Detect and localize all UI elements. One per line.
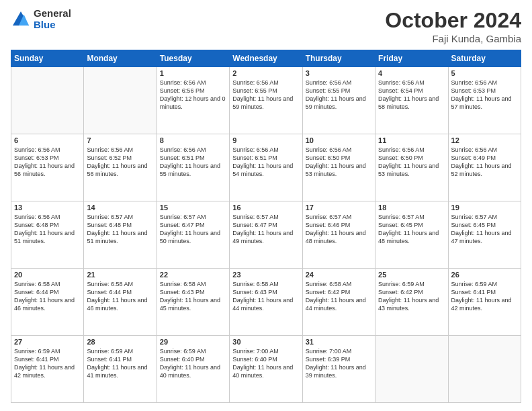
day-info: Sunrise: 6:56 AMSunset: 6:51 PMDaylight:… — [160, 146, 226, 179]
calendar-day-cell: 23Sunrise: 6:58 AMSunset: 6:43 PMDayligh… — [230, 269, 302, 336]
day-number: 13 — [14, 203, 81, 212]
calendar-body: 1Sunrise: 6:56 AMSunset: 6:56 PMDaylight… — [11, 67, 521, 403]
calendar-day-cell: 26Sunrise: 6:59 AMSunset: 6:41 PMDayligh… — [448, 269, 521, 336]
day-number: 21 — [87, 271, 153, 279]
logo: General Blue — [11, 8, 71, 30]
day-info: Sunrise: 6:56 AMSunset: 6:51 PMDaylight:… — [232, 146, 299, 179]
calendar-day-cell: 17Sunrise: 6:57 AMSunset: 6:46 PMDayligh… — [302, 201, 375, 269]
calendar-day-cell: 3Sunrise: 6:56 AMSunset: 6:55 PMDaylight… — [302, 67, 375, 134]
day-info: Sunrise: 7:00 AMSunset: 6:39 PMDaylight:… — [306, 347, 372, 380]
calendar-day-cell: 24Sunrise: 6:58 AMSunset: 6:42 PMDayligh… — [302, 269, 375, 336]
calendar-table: SundayMondayTuesdayWednesdayThursdayFrid… — [11, 50, 521, 403]
day-info: Sunrise: 6:58 AMSunset: 6:43 PMDaylight:… — [232, 280, 299, 313]
calendar-day-cell — [375, 336, 448, 403]
calendar-week-row: 6Sunrise: 6:56 AMSunset: 6:53 PMDaylight… — [11, 134, 521, 201]
calendar-day-cell: 2Sunrise: 6:56 AMSunset: 6:55 PMDaylight… — [230, 67, 302, 134]
day-number: 6 — [14, 136, 81, 144]
day-number: 22 — [160, 271, 226, 279]
weekday-header-cell: Wednesday — [230, 50, 302, 67]
day-number: 5 — [451, 69, 518, 77]
calendar-day-cell: 12Sunrise: 6:56 AMSunset: 6:49 PMDayligh… — [448, 134, 521, 201]
day-info: Sunrise: 6:56 AMSunset: 6:54 PMDaylight:… — [378, 79, 445, 111]
day-number: 14 — [87, 203, 153, 212]
day-info: Sunrise: 6:56 AMSunset: 6:55 PMDaylight:… — [306, 79, 372, 111]
day-info: Sunrise: 6:56 AMSunset: 6:50 PMDaylight:… — [306, 146, 372, 179]
title-block: October 2024 Faji Kunda, Gambia — [385, 8, 521, 44]
logo-text: General Blue — [34, 8, 71, 30]
calendar-day-cell: 5Sunrise: 6:56 AMSunset: 6:53 PMDaylight… — [448, 67, 521, 134]
day-number: 30 — [232, 338, 299, 346]
day-number: 9 — [232, 136, 299, 144]
weekday-header-cell: Thursday — [302, 50, 375, 67]
day-number: 17 — [306, 203, 372, 212]
day-number: 10 — [306, 136, 372, 144]
day-info: Sunrise: 6:56 AMSunset: 6:53 PMDaylight:… — [451, 79, 518, 111]
day-info: Sunrise: 6:57 AMSunset: 6:45 PMDaylight:… — [451, 213, 518, 246]
day-number: 4 — [378, 69, 445, 77]
day-info: Sunrise: 6:57 AMSunset: 6:45 PMDaylight:… — [378, 213, 445, 246]
day-number: 23 — [232, 271, 299, 279]
calendar-week-row: 13Sunrise: 6:56 AMSunset: 6:48 PMDayligh… — [11, 201, 521, 269]
day-number: 31 — [306, 338, 372, 346]
day-info: Sunrise: 6:58 AMSunset: 6:44 PMDaylight:… — [14, 280, 81, 313]
calendar-day-cell: 29Sunrise: 6:59 AMSunset: 6:40 PMDayligh… — [157, 336, 229, 403]
day-info: Sunrise: 6:57 AMSunset: 6:47 PMDaylight:… — [160, 213, 226, 246]
day-info: Sunrise: 6:58 AMSunset: 6:44 PMDaylight:… — [87, 280, 153, 313]
day-info: Sunrise: 6:56 AMSunset: 6:48 PMDaylight:… — [14, 213, 81, 246]
calendar-day-cell: 10Sunrise: 6:56 AMSunset: 6:50 PMDayligh… — [302, 134, 375, 201]
day-number: 28 — [87, 338, 153, 346]
weekday-header-cell: Monday — [84, 50, 157, 67]
day-info: Sunrise: 6:59 AMSunset: 6:42 PMDaylight:… — [378, 280, 445, 313]
day-info: Sunrise: 7:00 AMSunset: 6:40 PMDaylight:… — [232, 347, 299, 380]
calendar-day-cell — [448, 336, 521, 403]
page: General Blue October 2024 Faji Kunda, Ga… — [0, 0, 532, 411]
day-number: 3 — [306, 69, 372, 77]
day-number: 1 — [160, 69, 226, 77]
day-info: Sunrise: 6:59 AMSunset: 6:40 PMDaylight:… — [160, 347, 226, 380]
calendar-day-cell: 4Sunrise: 6:56 AMSunset: 6:54 PMDaylight… — [375, 67, 448, 134]
calendar-day-cell: 13Sunrise: 6:56 AMSunset: 6:48 PMDayligh… — [11, 201, 84, 269]
day-number: 18 — [378, 203, 445, 212]
weekday-header-cell: Saturday — [448, 50, 521, 67]
calendar-day-cell: 27Sunrise: 6:59 AMSunset: 6:41 PMDayligh… — [11, 336, 84, 403]
day-number: 16 — [232, 203, 299, 212]
calendar-day-cell: 11Sunrise: 6:56 AMSunset: 6:50 PMDayligh… — [375, 134, 448, 201]
day-number: 27 — [14, 338, 81, 346]
title-month: October 2024 — [385, 8, 521, 33]
day-info: Sunrise: 6:58 AMSunset: 6:42 PMDaylight:… — [306, 280, 372, 313]
day-info: Sunrise: 6:57 AMSunset: 6:47 PMDaylight:… — [232, 213, 299, 246]
day-info: Sunrise: 6:58 AMSunset: 6:43 PMDaylight:… — [160, 280, 226, 313]
day-number: 15 — [160, 203, 226, 212]
calendar-week-row: 27Sunrise: 6:59 AMSunset: 6:41 PMDayligh… — [11, 336, 521, 403]
day-info: Sunrise: 6:59 AMSunset: 6:41 PMDaylight:… — [87, 347, 153, 380]
calendar-day-cell: 16Sunrise: 6:57 AMSunset: 6:47 PMDayligh… — [230, 201, 302, 269]
logo-general: General — [34, 8, 71, 19]
day-number: 8 — [160, 136, 226, 144]
title-location: Faji Kunda, Gambia — [385, 33, 521, 44]
weekday-header-cell: Sunday — [11, 50, 84, 67]
calendar-day-cell: 9Sunrise: 6:56 AMSunset: 6:51 PMDaylight… — [230, 134, 302, 201]
calendar-week-row: 20Sunrise: 6:58 AMSunset: 6:44 PMDayligh… — [11, 269, 521, 336]
day-number: 29 — [160, 338, 226, 346]
day-number: 7 — [87, 136, 153, 144]
day-number: 19 — [451, 203, 518, 212]
day-info: Sunrise: 6:56 AMSunset: 6:52 PMDaylight:… — [87, 146, 153, 179]
logo-icon — [11, 9, 31, 30]
day-info: Sunrise: 6:57 AMSunset: 6:46 PMDaylight:… — [306, 213, 372, 246]
calendar-day-cell: 28Sunrise: 6:59 AMSunset: 6:41 PMDayligh… — [84, 336, 157, 403]
day-number: 20 — [14, 271, 81, 279]
day-number: 2 — [232, 69, 299, 77]
weekday-header-cell: Tuesday — [157, 50, 229, 67]
day-number: 24 — [306, 271, 372, 279]
calendar-day-cell: 21Sunrise: 6:58 AMSunset: 6:44 PMDayligh… — [84, 269, 157, 336]
calendar-day-cell: 31Sunrise: 7:00 AMSunset: 6:39 PMDayligh… — [302, 336, 375, 403]
calendar-day-cell: 6Sunrise: 6:56 AMSunset: 6:53 PMDaylight… — [11, 134, 84, 201]
day-number: 25 — [378, 271, 445, 279]
weekday-header-row: SundayMondayTuesdayWednesdayThursdayFrid… — [11, 50, 521, 67]
calendar-day-cell: 25Sunrise: 6:59 AMSunset: 6:42 PMDayligh… — [375, 269, 448, 336]
weekday-header-cell: Friday — [375, 50, 448, 67]
day-info: Sunrise: 6:56 AMSunset: 6:50 PMDaylight:… — [378, 146, 445, 179]
day-number: 11 — [378, 136, 445, 144]
calendar-day-cell: 18Sunrise: 6:57 AMSunset: 6:45 PMDayligh… — [375, 201, 448, 269]
logo-blue: Blue — [34, 19, 71, 31]
